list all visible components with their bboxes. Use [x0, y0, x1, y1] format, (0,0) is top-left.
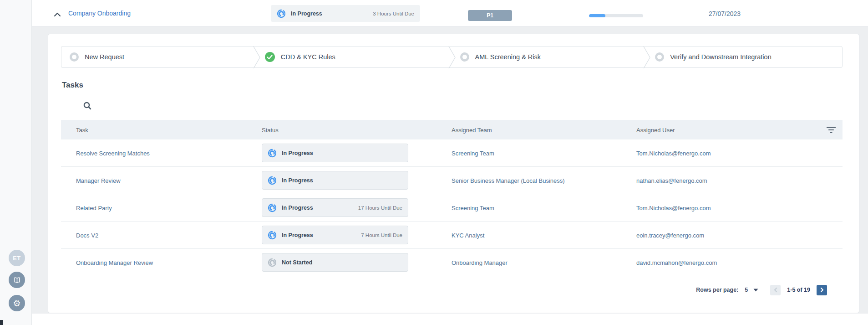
priority-badge: P1 — [468, 10, 512, 21]
step-complete-icon — [265, 52, 275, 62]
in-progress-icon — [268, 176, 277, 185]
task-name-link[interactable]: Docs V2 — [76, 232, 98, 238]
settings-gear-icon[interactable]: ⚙︎ — [9, 295, 25, 311]
status-due-text: 7 Hours Until Due — [361, 232, 402, 238]
assigned-team: KYC Analyst — [452, 232, 484, 238]
assigned-user: eoin.tracey@fenergo.com — [636, 232, 704, 238]
task-status-chip[interactable]: In Progress 7 Hours Until Due — [262, 226, 408, 244]
progress-bar-fill — [589, 14, 605, 17]
stepper-step-verify-integration[interactable]: Verify and Downstream Integration — [647, 46, 842, 67]
task-name-link[interactable]: Related Party — [76, 204, 112, 211]
progress-bar — [589, 14, 643, 17]
previous-page-button[interactable] — [770, 285, 781, 295]
table-row[interactable]: Onboarding Manager Review Not Started On… — [61, 249, 843, 276]
stepper-step-new-request[interactable]: New Request — [61, 46, 257, 67]
status-label: In Progress — [282, 177, 313, 184]
tasks-heading: Tasks — [62, 81, 83, 90]
journey-header: Company Onboarding In Progress 3 Hours U… — [32, 0, 868, 27]
stepper-step-aml-screening[interactable]: AML Screening & Risk — [452, 46, 647, 67]
in-progress-icon — [277, 9, 286, 18]
status-due-text: 17 Hours Until Due — [358, 205, 402, 211]
assigned-team: Screening Team — [452, 204, 494, 211]
step-separator — [448, 46, 456, 68]
rows-per-page-label: Rows per page: — [696, 287, 738, 293]
task-name-link[interactable]: Manager Review — [76, 177, 121, 184]
in-progress-icon — [268, 231, 277, 240]
task-status-chip[interactable]: In Progress — [262, 144, 408, 162]
step-separator — [643, 46, 650, 68]
next-page-button[interactable] — [817, 285, 827, 295]
table-row[interactable]: Resolve Screening Matches In Progress Sc… — [61, 139, 843, 167]
step-pending-icon — [655, 52, 664, 62]
status-label: In Progress — [291, 10, 322, 17]
not-started-icon — [268, 258, 277, 267]
step-label: AML Screening & Risk — [475, 53, 541, 61]
assigned-team: Senior Business Manager (Local Business) — [452, 177, 565, 184]
task-name-link[interactable]: Onboarding Manager Review — [76, 259, 153, 266]
pagination: Rows per page: 5 1-5 of 19 — [696, 284, 827, 296]
left-sidebar: ET ⚙︎ — [0, 0, 32, 325]
due-date: 27/07/2023 — [709, 10, 741, 17]
search-icon[interactable] — [83, 101, 92, 110]
status-due-text: 3 Hours Until Due — [373, 11, 414, 16]
tasks-table: Task Status Assigned Team Assigned User … — [61, 120, 843, 276]
rows-per-page-value[interactable]: 5 — [745, 287, 748, 293]
stepper-step-cdd-kyc-rules[interactable]: CDD & KYC Rules — [257, 46, 452, 67]
step-separator — [253, 46, 260, 68]
table-row[interactable]: Docs V2 In Progress 7 Hours Until Due KY… — [61, 222, 843, 249]
table-row[interactable]: Manager Review In Progress Senior Busine… — [61, 167, 843, 194]
journey-status-badge: In Progress 3 Hours Until Due — [271, 5, 420, 22]
column-header-assigned-team: Assigned Team — [452, 126, 492, 133]
journey-stepper: New Request CDD & KYC Rules AML Screenin… — [61, 46, 843, 68]
assigned-user: nathan.elias@fenergo.com — [636, 177, 707, 184]
step-label: New Request — [85, 53, 124, 61]
assigned-team: Onboarding Manager — [452, 259, 508, 266]
step-pending-icon — [70, 52, 79, 62]
filter-icon[interactable] — [826, 125, 836, 135]
assigned-team: Screening Team — [452, 150, 494, 156]
rows-per-page-caret-icon[interactable] — [753, 289, 758, 292]
step-pending-icon — [460, 52, 469, 62]
in-progress-icon — [268, 203, 277, 212]
status-label: Not Started — [282, 259, 312, 266]
status-label: In Progress — [282, 205, 313, 211]
in-progress-icon — [268, 149, 277, 158]
column-header-assigned-user: Assigned User — [636, 126, 675, 133]
journey-title[interactable]: Company Onboarding — [68, 10, 131, 17]
chevron-up-icon[interactable] — [54, 11, 61, 16]
column-header-status: Status — [262, 126, 279, 133]
corner-mark — [0, 320, 3, 325]
step-label: CDD & KYC Rules — [281, 53, 335, 61]
task-name-link[interactable]: Resolve Screening Matches — [76, 150, 150, 156]
journey-detail-card: New Request CDD & KYC Rules AML Screenin… — [48, 34, 859, 313]
assigned-user: Tom.Nicholas@fenergo.com — [636, 204, 711, 211]
step-label: Verify and Downstream Integration — [670, 53, 771, 61]
status-label: In Progress — [282, 150, 313, 156]
task-status-chip[interactable]: Not Started — [262, 253, 408, 272]
tasks-table-header: Task Status Assigned Team Assigned User — [61, 120, 843, 139]
column-header-task: Task — [76, 126, 88, 133]
status-label: In Progress — [282, 232, 313, 238]
table-row[interactable]: Related Party In Progress 17 Hours Until… — [61, 194, 843, 222]
assigned-user: david.mcmahon@fenergo.com — [636, 259, 717, 266]
pagination-range: 1-5 of 19 — [787, 287, 810, 293]
avatar[interactable]: ET — [9, 250, 25, 266]
task-status-chip[interactable]: In Progress — [262, 171, 408, 190]
knowledge-book-icon[interactable] — [9, 272, 25, 288]
task-status-chip[interactable]: In Progress 17 Hours Until Due — [262, 198, 408, 217]
assigned-user: Tom.Nicholas@fenergo.com — [636, 150, 711, 156]
